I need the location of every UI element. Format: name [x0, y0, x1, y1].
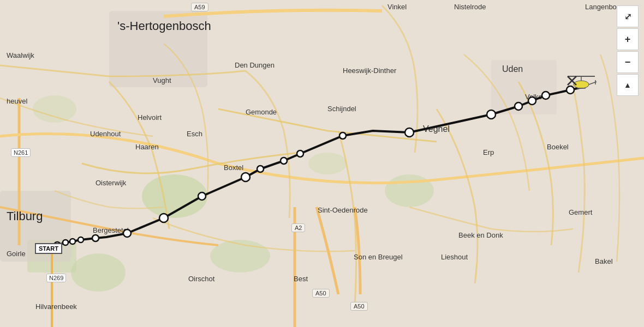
north-arrow-button[interactable]: ▲ — [617, 74, 639, 96]
svg-point-5 — [33, 95, 76, 123]
svg-point-6 — [308, 153, 347, 174]
svg-point-4 — [385, 174, 434, 207]
start-marker: START — [35, 243, 62, 254]
zoom-in-button[interactable]: + — [617, 28, 639, 50]
svg-rect-10 — [491, 60, 557, 114]
map-container: 's-Hertogenbosch Tilburg Uden Veghel Vug… — [0, 0, 644, 327]
expand-button[interactable]: ⤢ — [617, 5, 639, 27]
zoom-out-button[interactable]: − — [617, 51, 639, 73]
map-background — [0, 0, 644, 327]
svg-point-2 — [71, 253, 126, 292]
map-controls: ⤢ + − ▲ — [617, 5, 639, 96]
svg-point-1 — [142, 174, 207, 218]
